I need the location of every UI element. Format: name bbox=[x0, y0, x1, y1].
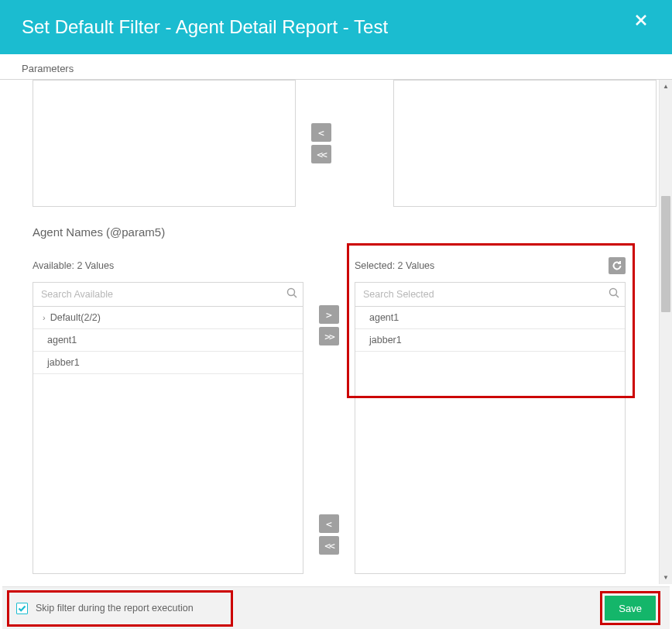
close-button[interactable] bbox=[632, 11, 650, 29]
check-icon bbox=[18, 604, 26, 613]
section-title-agent-names: Agent Names (@param5) bbox=[33, 225, 657, 239]
selected-search-wrap bbox=[355, 282, 626, 307]
move-left-button[interactable]: < bbox=[311, 123, 331, 142]
available-item[interactable]: jabber1 bbox=[33, 352, 303, 374]
tab-parameters[interactable]: Parameters bbox=[22, 63, 74, 79]
selected-panel: Selected: 2 Values agent1 jabber1 bbox=[355, 257, 626, 574]
refresh-icon bbox=[612, 260, 622, 271]
selected-item[interactable]: agent1 bbox=[355, 307, 625, 329]
selected-header: Selected: 2 Values bbox=[355, 257, 626, 274]
selected-list[interactable]: agent1 jabber1 bbox=[355, 307, 626, 574]
prior-section-partial: < << bbox=[33, 80, 657, 207]
skip-filter-label: Skip filter during the report execution bbox=[36, 603, 194, 614]
close-icon bbox=[635, 14, 647, 26]
scroll-thumb[interactable] bbox=[661, 196, 670, 312]
prior-selected-list[interactable] bbox=[393, 80, 657, 207]
save-button[interactable]: Save bbox=[605, 596, 656, 620]
available-header: Available: 2 Values bbox=[33, 257, 303, 274]
move-all-right-button[interactable]: >> bbox=[319, 327, 339, 345]
scroll-down-arrow[interactable]: ▼ bbox=[660, 571, 672, 584]
scroll-up-arrow[interactable]: ▲ bbox=[660, 80, 672, 93]
chevron-right-icon: › bbox=[43, 313, 46, 322]
dual-list-selector: Available: 2 Values › Default(2/2) agent… bbox=[33, 257, 657, 574]
move-right-button[interactable]: > bbox=[319, 305, 339, 324]
skip-filter-option: Skip filter during the report execution bbox=[16, 603, 194, 614]
available-group-label: Default(2/2) bbox=[50, 312, 101, 323]
search-selected-input[interactable] bbox=[355, 282, 626, 307]
move-all-left-button[interactable]: << bbox=[319, 536, 339, 555]
prior-transfer-buttons: < << bbox=[311, 123, 331, 163]
move-left-button[interactable]: < bbox=[319, 514, 339, 533]
dialog-header: Set Default Filter - Agent Detail Report… bbox=[0, 0, 672, 54]
parameters-scroll-area: < << Agent Names (@param5) Available: 2 … bbox=[0, 80, 672, 584]
selected-item[interactable]: jabber1 bbox=[355, 329, 625, 352]
tab-row: Parameters bbox=[0, 54, 672, 80]
move-all-left-button[interactable]: << bbox=[311, 145, 331, 163]
selected-count-label: Selected: 2 Values bbox=[355, 260, 434, 271]
available-count-label: Available: 2 Values bbox=[33, 260, 114, 271]
transfer-column: > >> < << bbox=[319, 257, 339, 555]
skip-filter-checkbox[interactable] bbox=[16, 603, 28, 614]
available-item[interactable]: agent1 bbox=[33, 329, 303, 352]
available-group-default[interactable]: › Default(2/2) bbox=[33, 307, 303, 329]
reset-selected-button[interactable] bbox=[609, 257, 626, 274]
vertical-scrollbar[interactable]: ▲ ▼ bbox=[659, 80, 672, 584]
dialog-title: Set Default Filter - Agent Detail Report… bbox=[22, 16, 388, 38]
search-available-input[interactable] bbox=[33, 282, 303, 307]
prior-available-list[interactable] bbox=[33, 80, 296, 207]
available-list[interactable]: › Default(2/2) agent1 jabber1 bbox=[33, 307, 303, 574]
available-panel: Available: 2 Values › Default(2/2) agent… bbox=[33, 257, 303, 574]
available-search-wrap bbox=[33, 282, 303, 307]
dialog-footer: Skip filter during the report execution … bbox=[2, 586, 670, 629]
